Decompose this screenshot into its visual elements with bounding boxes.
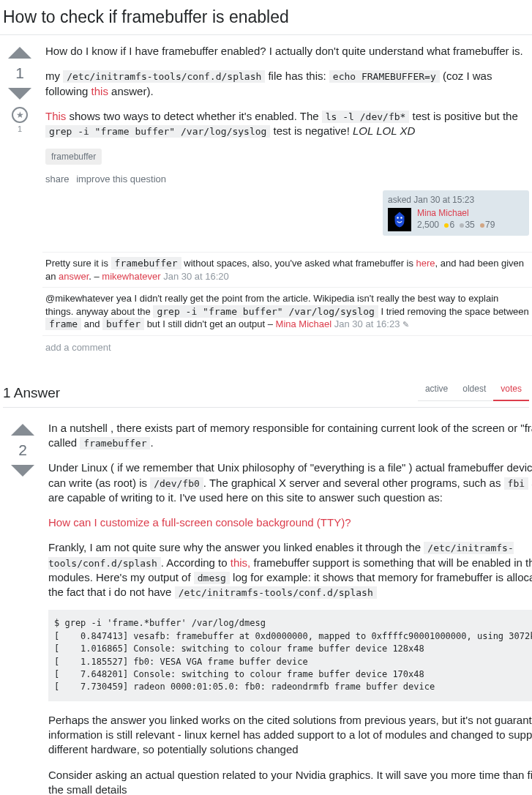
question-para-1: How do I know if I have framebuffer enab… bbox=[45, 44, 529, 59]
tab-oldest[interactable]: oldest bbox=[455, 378, 493, 401]
code-inline: buffer bbox=[102, 318, 144, 330]
tag-framebuffer[interactable]: framebuffer bbox=[45, 149, 102, 165]
user-name[interactable]: Mina Michael bbox=[417, 208, 495, 218]
code-inline: fbi bbox=[504, 477, 528, 490]
code-inline: /etc/initramfs-tools/conf.d/splash bbox=[175, 586, 377, 599]
link-tty-question[interactable]: How can I customize a full-screen consol… bbox=[48, 516, 351, 529]
link-answer[interactable]: answer bbox=[59, 271, 89, 282]
link-this-answer[interactable]: this bbox=[91, 85, 108, 97]
avatar[interactable] bbox=[388, 208, 411, 231]
answer-post: 2 In a nutshell , there exists part of m… bbox=[3, 421, 529, 795]
emphasis: LOL LOL XD bbox=[353, 124, 415, 137]
post-menu: share improve this question bbox=[45, 173, 529, 184]
code-block[interactable]: $ grep -i 'frame.*buffer' /var/log/dmesg… bbox=[48, 610, 532, 701]
code-inline: /etc/initramfs-tools/conf.d/splash bbox=[63, 70, 265, 83]
vote-count: 2 bbox=[18, 441, 27, 459]
question-post: 1 ★ 1 How do I know if I have framebuffe… bbox=[0, 44, 532, 236]
comment-user[interactable]: mikewhatever bbox=[102, 271, 160, 282]
code-inline: /dev/fb0 bbox=[150, 477, 203, 490]
answer-para-4: Frankly, I am not quite sure why the ans… bbox=[48, 540, 532, 600]
vote-cell: 2 bbox=[6, 421, 40, 795]
svg-point-1 bbox=[400, 217, 402, 219]
vote-cell: 1 ★ 1 bbox=[3, 44, 37, 236]
favorite-count: 1 bbox=[18, 124, 22, 133]
improve-link[interactable]: improve this question bbox=[76, 173, 166, 184]
comment-user[interactable]: Mina Michael bbox=[276, 318, 332, 329]
code-inline: framebuffer bbox=[80, 437, 150, 449]
downvote-icon[interactable] bbox=[8, 88, 31, 100]
question-body: How do I know if I have framebuffer enab… bbox=[37, 44, 529, 236]
comment-date: Jan 30 at 16:23 bbox=[331, 318, 402, 329]
answer-para-5: Perhaps the answer you linked works on t… bbox=[48, 713, 532, 758]
question-para-3: This shows two ways to detect whether it… bbox=[45, 109, 529, 139]
code-inline: echo FRAMEBUFFER=y bbox=[329, 70, 440, 83]
link-here[interactable]: here bbox=[416, 258, 435, 269]
answers-count: 1 Answer bbox=[3, 385, 60, 401]
user-card: asked Jan 30 at 15:23 Mina Michael 2,500… bbox=[383, 190, 529, 236]
comment: Pretty sure it is framebuffer without sp… bbox=[42, 253, 532, 288]
favorite-icon[interactable]: ★ bbox=[12, 107, 28, 123]
question-para-2: my /etc/initramfs-tools/conf.d/splash fi… bbox=[45, 69, 529, 99]
answer-para-2: Under Linux ( if we remember that Unix p… bbox=[48, 460, 532, 505]
tab-votes[interactable]: votes bbox=[493, 378, 529, 401]
code-inline: ls -l /dev/fb* bbox=[322, 111, 410, 123]
silver-badge-icon bbox=[460, 223, 464, 228]
upvote-icon[interactable] bbox=[11, 424, 34, 436]
code-inline: grep -i "frame buffer" /var/log/syslog bbox=[153, 305, 378, 318]
answer-para-6: Consider asking an actual question relat… bbox=[48, 768, 532, 795]
upvote-icon[interactable] bbox=[8, 47, 31, 59]
code-inline: frame bbox=[45, 318, 81, 330]
answers-header: 1 Answer active oldest votes bbox=[3, 378, 529, 407]
gold-badge-icon bbox=[444, 223, 449, 228]
answer-para-1: In a nutshell , there exists part of mem… bbox=[48, 421, 532, 451]
link-this[interactable]: this, bbox=[231, 556, 251, 569]
comment-date: Jan 30 at 16:20 bbox=[161, 271, 229, 282]
share-link[interactable]: share bbox=[45, 173, 70, 184]
answer-body: In a nutshell , there exists part of mem… bbox=[40, 421, 532, 795]
code-inline: grep -i "frame buffer" /var/log/syslog bbox=[45, 125, 270, 138]
vote-count: 1 bbox=[15, 64, 24, 82]
link-this[interactable]: This bbox=[45, 110, 66, 122]
page-title: How to check if framebuffer is enabled bbox=[0, 0, 532, 35]
code-inline: framebuffer bbox=[111, 257, 181, 269]
comments-list: Pretty sure it is framebuffer without sp… bbox=[42, 252, 532, 359]
code-inline: dmesg bbox=[194, 572, 230, 584]
comment: @mikewhatever yea I didn't really get th… bbox=[42, 288, 532, 336]
user-info: Mina Michael 2,500 6 35 79 bbox=[417, 208, 495, 231]
add-comment-link[interactable]: add a comment bbox=[42, 336, 532, 359]
sort-tabs: active oldest votes bbox=[418, 378, 529, 401]
svg-point-0 bbox=[397, 217, 398, 219]
user-rep: 2,500 6 35 79 bbox=[417, 220, 495, 230]
downvote-icon[interactable] bbox=[11, 465, 34, 477]
tab-active[interactable]: active bbox=[418, 378, 455, 401]
answer-para-3: How can I customize a full-screen consol… bbox=[48, 515, 532, 530]
asked-time: asked Jan 30 at 15:23 bbox=[388, 195, 524, 205]
pencil-icon: ✎ bbox=[402, 320, 409, 329]
bronze-badge-icon bbox=[480, 223, 484, 228]
